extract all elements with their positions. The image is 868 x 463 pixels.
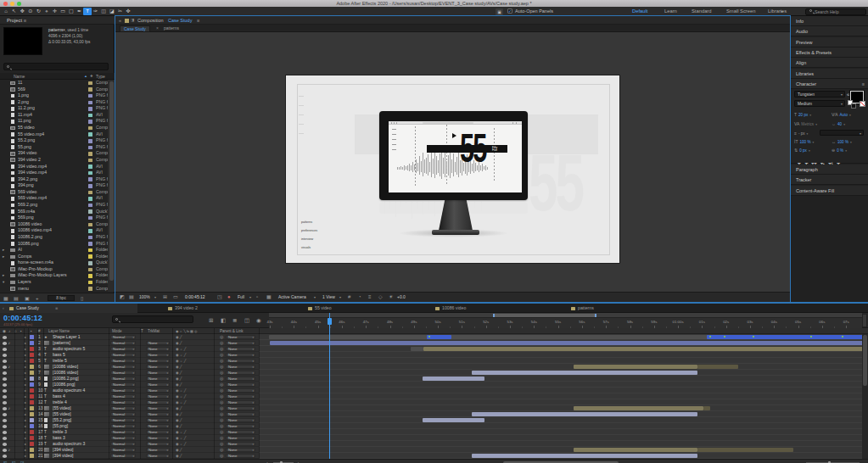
new-folder-icon[interactable]: ▤: [14, 295, 19, 302]
project-item[interactable]: 569.2.pngPNG file: [0, 202, 108, 209]
layer-duration-bar[interactable]: [574, 406, 703, 410]
mode-select[interactable]: Normal▾: [110, 394, 136, 399]
trkmat-select[interactable]: None▾: [146, 418, 170, 423]
metrics-control[interactable]: VAMetrics▾: [794, 120, 817, 128]
mode-select[interactable]: Normal▾: [110, 406, 136, 411]
timeline-tab-394-video-2[interactable]: 394 video 2: [175, 304, 198, 313]
panel-tab-character[interactable]: Character≡: [791, 79, 868, 89]
trkmat-select[interactable]: None▾: [146, 448, 170, 453]
playhead-line[interactable]: [329, 313, 330, 459]
mode-select[interactable]: Normal▾: [110, 341, 136, 346]
workspace-tab-libraries[interactable]: Libraries: [768, 7, 787, 16]
layer-duration-bar[interactable]: [427, 335, 451, 339]
tool-selection[interactable]: ↖: [10, 8, 19, 15]
always-preview-icon[interactable]: ◩: [120, 293, 125, 302]
baseline-shift-control[interactable]: ⇅0 px▾: [794, 147, 810, 154]
parent-link-select[interactable]: None▾: [226, 347, 255, 352]
preview-timecode[interactable]: 0:00:45:12: [185, 293, 205, 302]
comp-marker-bin[interactable]: [862, 314, 867, 327]
project-item[interactable]: 11.mp4AVI: [0, 112, 108, 119]
project-item[interactable]: iMac-Pro-MockupComposition: [0, 266, 108, 273]
font-size-control[interactable]: T20 px▾: [794, 111, 811, 119]
tool-pan-behind[interactable]: ✛: [51, 8, 59, 15]
exposure-icon[interactable]: ☀: [389, 293, 393, 302]
layer-duration-bar[interactable]: [703, 406, 710, 410]
snapshot-icon[interactable]: ◳: [217, 293, 222, 302]
vertical-scale-control[interactable]: İT100 %▾: [794, 138, 814, 146]
project-item[interactable]: 55.pngPNG file: [0, 144, 108, 151]
col-mode[interactable]: Mode: [112, 328, 122, 334]
layer-duration-bar[interactable]: [707, 335, 863, 339]
trkmat-select[interactable]: None▾: [146, 371, 170, 376]
layer-row[interactable]: ▸21[394 video]Normal▾None▾◉ ╱◎None▾: [0, 453, 868, 459]
layer-duration-bar[interactable]: [472, 412, 697, 416]
tool-type[interactable]: T: [83, 8, 92, 15]
parent-link-select[interactable]: None▾: [226, 341, 255, 346]
timeline-tab-55-video[interactable]: 55 video: [315, 304, 332, 313]
timeline-vertical-scrollbar[interactable]: [862, 334, 868, 459]
trkmat-select[interactable]: None▾: [146, 406, 170, 411]
trkmat-select[interactable]: None▾: [146, 341, 170, 346]
trkmat-select[interactable]: None▾: [146, 347, 170, 352]
tool-hand[interactable]: ✥: [18, 8, 26, 15]
trkmat-select[interactable]: None▾: [146, 394, 170, 399]
project-item[interactable]: 11Composition: [0, 80, 108, 86]
grid-guides-icon[interactable]: ⊞: [163, 293, 167, 302]
parent-link-select[interactable]: None▾: [226, 353, 255, 358]
parent-link-select[interactable]: None▾: [226, 412, 255, 417]
trkmat-select[interactable]: None▾: [146, 442, 170, 447]
trkmat-select[interactable]: None▾: [146, 430, 170, 435]
project-item[interactable]: 10086 video.mp4AVI: [0, 227, 108, 234]
project-item[interactable]: ▸CompsFolder: [0, 254, 108, 260]
workspace-tab-standard[interactable]: Standard: [692, 7, 712, 16]
playhead-marker[interactable]: [328, 318, 332, 325]
view-layout-camera[interactable]: Active Camera: [278, 293, 306, 302]
panel-tab-preview[interactable]: Preview: [791, 37, 868, 47]
project-item[interactable]: ▸AIFolder: [0, 247, 108, 254]
mode-select[interactable]: Normal▾: [110, 454, 136, 459]
font-family-select[interactable]: Tungsten▾: [794, 91, 845, 98]
layer-duration-bar[interactable]: [697, 448, 793, 452]
panel-tab-effects-presets[interactable]: Effects & Presets: [791, 47, 868, 58]
project-item[interactable]: home-screen.m4aQuickTime: [0, 259, 108, 266]
project-item[interactable]: 569 videoComposition: [0, 189, 108, 196]
interpret-footage-icon[interactable]: ▦: [3, 295, 8, 302]
project-item[interactable]: 569Composition: [0, 86, 108, 93]
project-item[interactable]: 11.2.pngPNG file: [0, 105, 108, 112]
trkmat-select[interactable]: None▾: [146, 454, 170, 459]
mode-select[interactable]: Normal▾: [110, 335, 136, 340]
mode-select[interactable]: Normal▾: [110, 418, 136, 423]
col-layer-name[interactable]: Layer Name: [48, 328, 70, 334]
tool-orbit[interactable]: ↻: [34, 8, 42, 15]
parent-link-select[interactable]: None▾: [226, 424, 255, 429]
trkmat-select[interactable]: None▾: [146, 365, 170, 370]
project-scrollbar[interactable]: [108, 80, 115, 292]
project-bit-depth[interactable]: 8 bpc: [48, 295, 75, 301]
project-item[interactable]: 569.pngPNG file: [0, 215, 108, 221]
parent-link-select[interactable]: None▾: [226, 382, 255, 388]
mode-select[interactable]: Normal▾: [110, 377, 136, 382]
mode-select[interactable]: Normal▾: [110, 412, 136, 417]
layer-duration-bar[interactable]: [411, 347, 424, 351]
parent-link-select[interactable]: None▾: [226, 442, 255, 447]
adjust-icon[interactable]: +: [36, 295, 39, 302]
parent-link-select[interactable]: None▾: [226, 388, 255, 393]
expand-layer-switches-icon[interactable]: ◰: [3, 460, 7, 463]
magnification[interactable]: 100%: [139, 293, 150, 302]
layer-duration-bar[interactable]: [423, 377, 485, 381]
layer-duration-bar[interactable]: [472, 371, 697, 375]
kerning-control[interactable]: V⁄AAuto▾: [832, 111, 851, 119]
timeline-icon[interactable]: ≡: [368, 293, 372, 302]
timeline-tab-case-study[interactable]: Case Study: [16, 304, 39, 313]
draft-3d-icon[interactable]: ◧: [221, 316, 226, 324]
roi-icon[interactable]: ▫: [256, 293, 258, 302]
trkmat-select[interactable]: None▾: [146, 388, 170, 393]
tool-home[interactable]: ⌂: [2, 8, 10, 15]
col-parent-link[interactable]: Parent & Link: [220, 328, 244, 334]
parent-link-select[interactable]: None▾: [226, 371, 255, 376]
panel-tab-paragraph[interactable]: Paragraph: [791, 165, 868, 175]
resolution[interactable]: Full: [238, 293, 244, 302]
mode-select[interactable]: Normal▾: [110, 359, 136, 364]
trkmat-select[interactable]: None▾: [146, 353, 170, 358]
parent-link-select[interactable]: None▾: [226, 406, 255, 411]
